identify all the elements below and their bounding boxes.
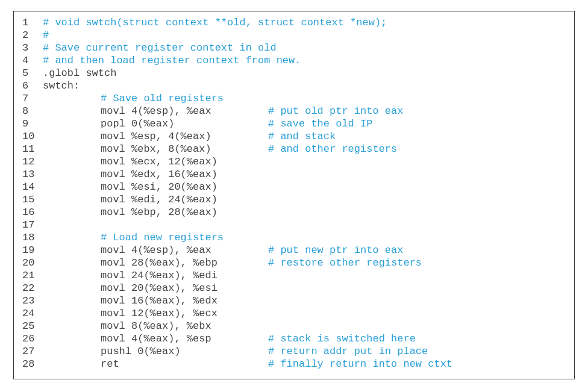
instruction: movl 4(%esp), %eax xyxy=(101,106,268,116)
code-line: 28ret# finally return into new ctxt xyxy=(22,359,566,372)
line-number: 15 xyxy=(22,194,43,205)
code-line: 1# void swtch(struct context **old, stru… xyxy=(22,17,566,30)
trailing-comment: # save the old IP xyxy=(268,118,372,129)
line-body: movl %esp, 4(%eax)# and stack xyxy=(43,131,336,142)
instruction: movl 8(%eax), %ebx xyxy=(101,321,268,331)
line-body: movl %esi, 20(%eax) xyxy=(43,182,268,192)
line-body: movl 12(%eax), %ecx xyxy=(43,308,268,319)
code-line: 2# xyxy=(22,30,566,43)
code-line: 10movl %esp, 4(%eax)# and stack xyxy=(22,131,566,144)
trailing-comment: # put old ptr into eax xyxy=(268,105,403,117)
line-number: 2 xyxy=(22,30,43,40)
instruction: movl %edx, 16(%eax) xyxy=(101,169,268,179)
line-body: movl %ebp, 28(%eax) xyxy=(43,207,268,217)
code-line: 14movl %esi, 20(%eax) xyxy=(22,182,566,194)
instruction: movl 24(%eax), %edi xyxy=(101,270,268,281)
line-body: # void swtch(struct context **old, struc… xyxy=(43,17,387,28)
trailing-comment: # stack is switched here xyxy=(268,333,416,344)
code-line: 11movl %ebx, 8(%eax)# and other register… xyxy=(22,144,566,157)
code-line: 26movl 4(%eax), %esp# stack is switched … xyxy=(22,334,566,346)
code-line: 20movl 28(%eax), %ebp# restore other reg… xyxy=(22,258,566,270)
code-line: 3# Save current register context in old xyxy=(22,43,566,55)
line-number: 14 xyxy=(22,182,43,192)
line-number: 4 xyxy=(22,55,43,66)
code-text: .globl swtch xyxy=(43,67,116,79)
page: 1# void swtch(struct context **old, stru… xyxy=(0,0,588,389)
instruction: movl 4(%eax), %esp xyxy=(101,334,268,344)
instruction: movl 16(%eax), %edx xyxy=(101,296,268,306)
code-line: 12movl %ecx, 12(%eax) xyxy=(22,157,566,169)
code-line: 24movl 12(%eax), %ecx xyxy=(22,308,566,321)
code-line: 23movl 16(%eax), %edx xyxy=(22,296,566,308)
line-body: # Save current register context in old xyxy=(43,43,277,53)
line-number: 23 xyxy=(22,296,43,306)
code-line: 8movl 4(%esp), %eax# put old ptr into ea… xyxy=(22,106,566,119)
code-line: 18# Load new registers xyxy=(22,232,566,245)
code-listing: 1# void swtch(struct context **old, stru… xyxy=(13,11,575,379)
line-body: # xyxy=(43,30,49,40)
line-number: 19 xyxy=(22,245,43,255)
code-line: 9popl 0(%eax)# save the old IP xyxy=(22,119,566,131)
line-body: movl 20(%eax), %esi xyxy=(43,283,268,293)
instruction: movl %ecx, 12(%eax) xyxy=(101,157,268,167)
line-body: # Save old registers xyxy=(43,93,224,104)
trailing-comment: # put new ptr into eax xyxy=(268,244,403,256)
line-number: 25 xyxy=(22,321,43,331)
line-number: 8 xyxy=(22,106,43,116)
comment-text: # Save current register context in old xyxy=(43,42,277,54)
code-line: 5.globl swtch xyxy=(22,68,566,81)
line-number: 20 xyxy=(22,258,43,268)
instruction: movl 28(%eax), %ebp xyxy=(101,258,268,268)
line-number: 16 xyxy=(22,207,43,217)
comment-text: # void swtch(struct context **old, struc… xyxy=(43,17,387,28)
code-line: 21movl 24(%eax), %edi xyxy=(22,270,566,283)
line-number: 13 xyxy=(22,169,43,179)
instruction: movl %ebx, 8(%eax) xyxy=(101,144,268,154)
trailing-comment: # return addr put in place xyxy=(268,346,428,357)
line-body: swtch: xyxy=(43,81,80,91)
comment-text: # and then load register context from ne… xyxy=(43,55,301,66)
line-body: movl 4(%esp), %eax# put old ptr into eax xyxy=(43,106,403,116)
line-body: movl %ebx, 8(%eax)# and other registers xyxy=(43,144,397,154)
instruction: movl %esp, 4(%eax) xyxy=(101,131,268,142)
line-number: 6 xyxy=(22,81,43,91)
line-number: 3 xyxy=(22,43,43,53)
line-body: movl 16(%eax), %edx xyxy=(43,296,268,306)
line-body: movl 4(%esp), %eax# put new ptr into eax xyxy=(43,245,403,255)
code-line: 25movl 8(%eax), %ebx xyxy=(22,321,566,334)
instruction: pushl 0(%eax) xyxy=(101,346,268,356)
line-body: movl %edi, 24(%eax) xyxy=(43,194,268,205)
line-number: 18 xyxy=(22,232,43,243)
line-body: .globl swtch xyxy=(43,68,116,78)
line-number: 21 xyxy=(22,270,43,281)
line-body: # and then load register context from ne… xyxy=(43,55,301,66)
code-line: 27pushl 0(%eax)# return addr put in plac… xyxy=(22,346,566,359)
line-number: 10 xyxy=(22,131,43,142)
line-body: # Load new registers xyxy=(43,232,224,243)
code-line: 6swtch: xyxy=(22,81,566,93)
line-body: movl 24(%eax), %edi xyxy=(43,270,268,281)
line-number: 17 xyxy=(22,220,43,230)
line-number: 1 xyxy=(22,17,43,28)
line-body: movl %ecx, 12(%eax) xyxy=(43,157,268,167)
instruction: movl 12(%eax), %ecx xyxy=(101,308,268,319)
line-body: pushl 0(%eax)# return addr put in place xyxy=(43,346,428,356)
trailing-comment: # finally return into new ctxt xyxy=(268,358,452,370)
instruction: movl %ebp, 28(%eax) xyxy=(101,207,268,217)
line-number: 5 xyxy=(22,68,43,78)
code-line: 13movl %edx, 16(%eax) xyxy=(22,169,566,182)
line-number: 28 xyxy=(22,359,43,369)
code-text: swtch: xyxy=(43,80,80,92)
instruction: ret xyxy=(101,359,268,369)
trailing-comment: # restore other registers xyxy=(268,257,422,269)
instruction: movl 20(%eax), %esi xyxy=(101,283,268,293)
line-number: 26 xyxy=(22,334,43,344)
instruction: popl 0(%eax) xyxy=(101,119,268,129)
comment-text: # xyxy=(43,30,49,41)
instruction: movl %esi, 20(%eax) xyxy=(101,182,268,192)
comment-text: # Save old registers xyxy=(101,93,224,104)
line-body: ret# finally return into new ctxt xyxy=(43,359,452,369)
line-body: movl 4(%eax), %esp# stack is switched he… xyxy=(43,334,416,344)
line-number: 27 xyxy=(22,346,43,356)
code-line: 17 xyxy=(22,220,566,232)
